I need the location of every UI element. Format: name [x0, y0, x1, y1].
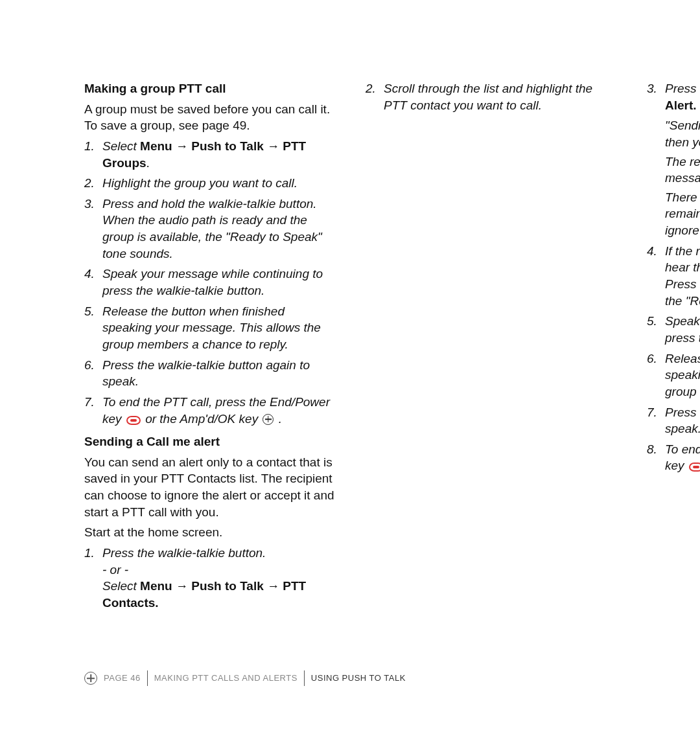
list-number: 7. — [84, 394, 102, 427]
bold-text: Menu — [140, 139, 172, 153]
paragraph: Start at the home screen. — [84, 524, 334, 541]
list-number: 6. — [84, 357, 102, 390]
bold-text: Menu — [140, 579, 172, 593]
list-number: 1. — [84, 545, 102, 612]
list-number: 5. — [647, 313, 665, 346]
list-item: 2. Highlight the group you want to call. — [84, 175, 334, 192]
list-item: 8. To end the PTT call, press the End/Po… — [647, 441, 700, 474]
list-text: If the recipient accepts the alert, you … — [665, 243, 700, 310]
list-text: Press the left softkey to select Send Al… — [665, 80, 700, 113]
list-text: Press and hold the walkie-talkie button.… — [102, 196, 334, 262]
bold-text: Push to Talk — [191, 579, 264, 593]
list-number: 5. — [84, 303, 102, 353]
end-power-key-icon — [689, 463, 700, 472]
list-item: 6. Release the button when finished spea… — [647, 350, 700, 400]
page-footer: PAGE 46 MAKING PTT CALLS AND ALERTS USIN… — [84, 670, 406, 686]
list-text: Speak your message while continuing to p… — [665, 313, 700, 346]
text: . — [275, 412, 282, 426]
list-text: To end the PTT call, press the End/Power… — [102, 394, 334, 427]
list-item: 5. Speak your message while continuing t… — [647, 313, 700, 346]
text: → — [172, 139, 192, 153]
list-text: Speak your message while continuing to p… — [102, 266, 334, 299]
list-number: 8. — [647, 441, 665, 474]
list-number: 7. — [647, 404, 665, 437]
list-item: 1. Select Menu → Push to Talk → PTT Grou… — [84, 138, 334, 171]
list-text: Select Menu → Push to Talk → PTT Groups. — [102, 138, 334, 171]
list-text: Highlight the group you want to call. — [102, 175, 334, 192]
text: or the Amp'd/OK key — [142, 412, 262, 426]
text: → — [264, 139, 283, 153]
heading-making-group-ptt: Making a group PTT call — [84, 80, 334, 97]
list-number: 2. — [366, 80, 384, 113]
separator-icon — [147, 670, 148, 686]
list-item: 6. Press the walkie-talkie button again … — [84, 357, 334, 390]
footer-section: MAKING PTT CALLS AND ALERTS — [154, 672, 298, 684]
text: → — [172, 579, 192, 593]
text: → — [264, 579, 283, 593]
separator-icon — [304, 670, 305, 686]
list-item: 2. Scroll through the list and highlight… — [366, 80, 616, 113]
list-item: 7. Press the walkie-talkie button again … — [647, 404, 700, 437]
list-number: 1. — [84, 138, 102, 171]
list-item: 3. Press and hold the walkie-talkie butt… — [84, 196, 334, 262]
text: . — [146, 156, 150, 170]
text: - or - — [102, 563, 128, 577]
sub-paragraph: There is no time-out period. The alert w… — [665, 189, 700, 239]
sub-paragraph: The receiving party's phone beeps and a … — [665, 154, 700, 187]
end-power-key-icon — [126, 416, 141, 425]
list-text: To end the PTT call, press the End/Power… — [665, 441, 700, 474]
list-text: Release the button when finished speakin… — [102, 303, 334, 353]
sub-paragraph: "Sending alert." appears on your screen,… — [665, 117, 700, 150]
list-number: 3. — [647, 80, 665, 113]
paragraph: You can send an alert only to a contact … — [84, 454, 334, 521]
list-number: 4. — [84, 266, 102, 299]
text: Press the left softkey — [665, 82, 700, 95]
text: Press the walkie-talkie button. — [102, 546, 266, 560]
list-text: Release the button when finished speakin… — [665, 350, 700, 400]
bold-text: Push to Talk — [191, 139, 264, 153]
list-number: 3. — [84, 196, 102, 262]
page-number: PAGE 46 — [104, 672, 141, 684]
list-text: Press the walkie-talkie button again to … — [102, 357, 334, 390]
list-text: Press the walkie-talkie button again to … — [665, 404, 700, 437]
list-number: 2. — [84, 175, 102, 192]
list-item: 1. Press the walkie-talkie button. - or … — [84, 545, 334, 612]
footer-chapter: USING PUSH TO TALK — [311, 672, 406, 684]
list-item: 5. Release the button when finished spea… — [84, 303, 334, 353]
text: Select — [102, 139, 140, 153]
list-item: 7. To end the PTT call, press the End/Po… — [84, 394, 334, 427]
list-text: Scroll through the list and highlight th… — [384, 80, 616, 113]
list-item: 3. Press the left softkey to select Send… — [647, 80, 700, 113]
list-item: 4. If the recipient accepts the alert, y… — [647, 243, 700, 310]
list-number: 4. — [647, 243, 665, 310]
text: Select — [102, 579, 140, 593]
heading-sending-call-me-alert: Sending a Call me alert — [84, 433, 334, 450]
ampd-ok-key-icon — [262, 414, 274, 425]
list-text: Press the walkie-talkie button. - or - S… — [102, 545, 334, 612]
list-number: 6. — [647, 350, 665, 400]
brand-mark-icon — [84, 672, 97, 685]
paragraph: A group must be saved before you can cal… — [84, 101, 334, 134]
list-item: 4. Speak your message while continuing t… — [84, 266, 334, 299]
page-body: Making a group PTT call A group must be … — [0, 0, 700, 648]
